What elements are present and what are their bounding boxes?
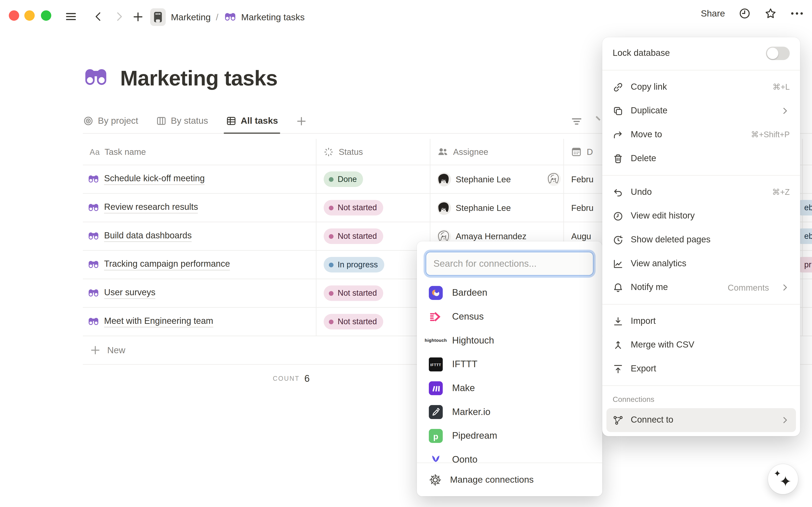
clock-icon[interactable]: [738, 7, 751, 20]
add-view-button[interactable]: [296, 109, 307, 133]
menu-item-delete[interactable]: Delete: [607, 147, 796, 170]
forward-icon[interactable]: [110, 7, 128, 26]
connection-item-bardeen[interactable]: Bardeen: [417, 281, 602, 304]
keyboard-shortcut: ⌘+Z: [772, 188, 790, 197]
chevron-right-icon: [780, 106, 790, 115]
connection-item-ifttt[interactable]: IFTTTIFTTT: [417, 352, 602, 376]
page-title[interactable]: Marketing tasks: [120, 66, 277, 90]
connection-item-pipedream[interactable]: pPipedream: [417, 424, 602, 448]
menu-item-view-analytics[interactable]: View analytics: [607, 252, 796, 276]
lock-toggle[interactable]: [766, 47, 790, 60]
menu-item-label: Notify me: [631, 282, 721, 293]
menu-item-merge-with-csv[interactable]: Merge with CSV: [607, 333, 796, 357]
avatar: [437, 201, 451, 215]
menu-item-view-edit-history[interactable]: View edit history: [607, 204, 796, 228]
tab-by-project[interactable]: By project: [83, 109, 138, 133]
search-input[interactable]: [426, 252, 594, 276]
task-cell[interactable]: Schedule kick-off meeting: [83, 165, 316, 193]
menu-item-notify-me[interactable]: Notify meComments: [607, 276, 796, 299]
status-cell[interactable]: Not started: [316, 279, 430, 307]
count-label: COUNT: [273, 375, 300, 382]
tags-cell[interactable]: [803, 165, 812, 193]
binoculars-icon: [224, 11, 236, 23]
menu-item-undo[interactable]: Undo⌘+Z: [607, 180, 796, 204]
filter-lines-icon[interactable]: [570, 115, 583, 128]
task-cell[interactable]: User surveys: [83, 279, 316, 307]
manage-connections-button[interactable]: Manage connections: [417, 463, 602, 496]
connection-item-make[interactable]: Make: [417, 376, 602, 400]
status-cell[interactable]: Done: [316, 165, 430, 193]
status-cell[interactable]: Not started: [316, 194, 430, 222]
status-badge: Not started: [324, 200, 383, 215]
column-header-ta[interactable]: Ta: [803, 139, 812, 165]
connection-item-hightouch[interactable]: hightouchHightouch: [417, 329, 602, 352]
menu-item-move-to[interactable]: Move to⌘+Shift+P: [607, 123, 796, 147]
breadcrumb-current[interactable]: Marketing tasks: [241, 12, 305, 22]
menu-item-show-deleted-pages[interactable]: Show deleted pages: [607, 228, 796, 252]
count-cell[interactable]: COUNT 6: [83, 364, 316, 393]
status-badge: Not started: [324, 228, 383, 244]
task-name: Schedule kick-off meeting: [104, 173, 205, 185]
connection-label: Make: [452, 383, 475, 393]
share-button[interactable]: Share: [701, 8, 725, 19]
breadcrumb-parent[interactable]: Marketing: [171, 12, 210, 22]
board-icon: [156, 115, 167, 126]
tags-cell[interactable]: pr: [803, 250, 812, 279]
task-cell[interactable]: Meet with Engineering team: [83, 308, 316, 336]
menu-item-copy-link[interactable]: Copy link⌘+L: [607, 75, 796, 99]
column-header-task-name[interactable]: AaTask name: [83, 139, 316, 165]
assignee-name: Stephanie Lee: [456, 203, 511, 213]
ellipsis-icon[interactable]: [790, 7, 804, 20]
assignee-name: Amaya Hernandez: [456, 231, 526, 241]
ifttt-icon: IFTTT: [429, 357, 443, 371]
marketing-page-icon[interactable]: [150, 8, 166, 26]
task-cell[interactable]: Review research results: [83, 194, 316, 222]
menu-item-label: Lock database: [613, 48, 670, 59]
assignee-cell[interactable]: Stephanie Lee: [430, 194, 564, 222]
assignee-name: Stephanie Lee: [456, 174, 511, 184]
new-page-icon[interactable]: [128, 7, 147, 26]
status-badge: Done: [324, 172, 363, 187]
connection-item-marker-io[interactable]: Marker.io: [417, 400, 602, 424]
close-window-button[interactable]: [9, 10, 19, 21]
menu-item-lock-database[interactable]: Lock database: [607, 42, 796, 65]
tab-label: All tasks: [241, 115, 278, 126]
tags-cell[interactable]: eb: [803, 222, 812, 250]
tab-by-status[interactable]: By status: [156, 109, 208, 133]
menu-item-export[interactable]: Export: [607, 357, 796, 381]
status-cell[interactable]: In progress: [316, 250, 430, 279]
link-icon: [613, 81, 623, 93]
menu-item-connect-to[interactable]: Connect to: [607, 408, 796, 432]
column-header-status[interactable]: Status: [316, 139, 430, 165]
tab-all-tasks[interactable]: All tasks: [226, 109, 278, 133]
zoom-window-button[interactable]: [41, 10, 51, 21]
connection-label: Census: [452, 311, 484, 322]
top-bar: Marketing / Marketing tasks Share: [0, 0, 812, 37]
task-cell[interactable]: Tracking campaign performance: [83, 250, 316, 279]
status-dot: [329, 205, 333, 210]
tags-cell[interactable]: [803, 279, 812, 307]
hamburger-menu-icon[interactable]: [62, 7, 80, 26]
menu-item-duplicate[interactable]: Duplicate: [607, 99, 796, 123]
menu-item-import[interactable]: Import: [607, 309, 796, 333]
connection-item-qonto[interactable]: Qonto: [417, 448, 602, 463]
back-icon[interactable]: [89, 7, 108, 26]
tags-cell[interactable]: [803, 308, 812, 336]
minimize-window-button[interactable]: [24, 10, 35, 21]
merge-icon: [613, 339, 623, 350]
menu-item-right-label: Comments: [728, 283, 769, 292]
status-cell[interactable]: Not started: [316, 222, 430, 250]
status-dot: [329, 262, 333, 267]
status-cell[interactable]: Not started: [316, 308, 430, 336]
assignee-cell[interactable]: Stephanie Lee: [430, 165, 564, 193]
column-header-assignee[interactable]: Assignee: [430, 139, 564, 165]
connection-item-census[interactable]: Census: [417, 304, 602, 329]
menu-item-label: Duplicate: [631, 106, 773, 116]
page-icon-binoculars[interactable]: [83, 65, 109, 91]
ai-sparkle-button[interactable]: ✦ ✦: [768, 464, 798, 494]
menu-item-label: Delete: [631, 153, 790, 164]
binoculars-icon: [87, 173, 100, 185]
task-cell[interactable]: Build data dashboards: [83, 222, 316, 250]
star-icon[interactable]: [764, 7, 777, 20]
tags-cell[interactable]: eb: [803, 194, 812, 222]
